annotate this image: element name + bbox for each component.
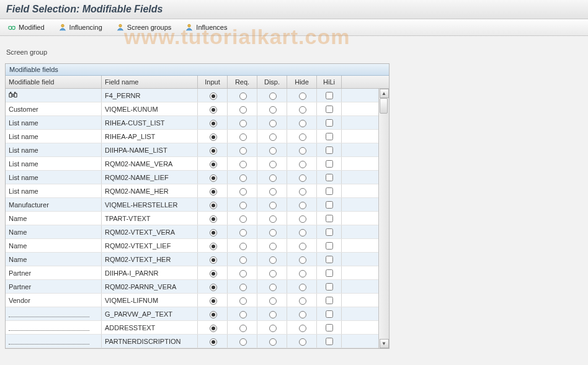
req-radio[interactable] (239, 256, 247, 264)
hide-radio[interactable] (299, 284, 306, 291)
hide-radio[interactable] (299, 338, 306, 346)
hide-radio[interactable] (299, 147, 306, 155)
table-row[interactable]: List nameRQM02-NAME_LIEF (6, 171, 389, 184)
disp-radio[interactable] (269, 188, 277, 196)
req-radio[interactable] (239, 133, 247, 141)
hili-checkbox[interactable] (326, 310, 333, 318)
influencing-button[interactable]: Influencing (56, 22, 105, 33)
hide-radio[interactable] (299, 133, 306, 141)
input-radio[interactable] (210, 243, 217, 250)
table-row[interactable]: F4_PERNR (6, 89, 389, 102)
disp-radio[interactable] (269, 120, 277, 127)
scroll-thumb[interactable] (380, 98, 388, 114)
table-row[interactable]: List nameRIHEA-CUST_LIST (6, 116, 389, 130)
hili-checkbox[interactable] (326, 338, 333, 345)
input-radio[interactable] (210, 338, 217, 346)
table-row[interactable]: PartnerRQM02-PARNR_VERA (6, 280, 389, 294)
table-row[interactable]: ManufacturerVIQMEL-HERSTELLER (6, 198, 389, 212)
input-radio[interactable] (210, 92, 217, 100)
req-radio[interactable] (239, 270, 247, 277)
hide-radio[interactable] (299, 311, 306, 318)
req-radio[interactable] (239, 325, 247, 332)
req-radio[interactable] (239, 188, 247, 196)
input-radio[interactable] (210, 133, 217, 141)
table-row[interactable]: CustomerVIQMEL-KUNUM (6, 102, 389, 116)
hide-radio[interactable] (299, 174, 306, 182)
req-radio[interactable] (239, 92, 247, 100)
req-radio[interactable] (239, 202, 247, 209)
req-radio[interactable] (239, 297, 247, 305)
hili-checkbox[interactable] (326, 187, 333, 195)
disp-radio[interactable] (269, 325, 277, 332)
hili-checkbox[interactable] (326, 146, 333, 154)
table-row[interactable]: VendorVIQMEL-LIFNUM (6, 294, 389, 307)
req-radio[interactable] (239, 120, 247, 127)
disp-radio[interactable] (269, 270, 277, 277)
scroll-up-button[interactable]: ▲ (380, 89, 389, 98)
col-input[interactable]: Input (198, 76, 228, 88)
disp-radio[interactable] (269, 256, 277, 264)
col-req[interactable]: Req. (228, 76, 257, 88)
table-row[interactable]: List nameRQM02-NAME_HER (6, 184, 389, 198)
disp-radio[interactable] (269, 174, 277, 182)
disp-radio[interactable] (269, 284, 277, 291)
hili-checkbox[interactable] (326, 228, 333, 236)
scroll-track[interactable] (380, 98, 389, 339)
hide-radio[interactable] (299, 325, 306, 332)
table-row[interactable]: G_PARVW_AP_TEXT (6, 307, 389, 321)
req-radio[interactable] (239, 215, 247, 223)
disp-radio[interactable] (269, 106, 277, 114)
input-radio[interactable] (210, 120, 217, 127)
input-radio[interactable] (210, 284, 217, 291)
col-modifiable-field[interactable]: Modifiable field (6, 76, 102, 88)
input-radio[interactable] (210, 325, 217, 332)
input-radio[interactable] (210, 229, 217, 237)
disp-radio[interactable] (269, 338, 277, 346)
col-hide[interactable]: Hide (287, 76, 317, 88)
disp-radio[interactable] (269, 215, 277, 223)
hide-radio[interactable] (299, 243, 306, 250)
screen-groups-button[interactable]: Screen groups (114, 22, 174, 33)
table-row[interactable]: NameTPART-VTEXT (6, 212, 389, 225)
input-radio[interactable] (210, 256, 217, 264)
disp-radio[interactable] (269, 133, 277, 141)
input-radio[interactable] (210, 161, 217, 168)
vertical-scrollbar[interactable]: ▲ ▼ (378, 89, 389, 348)
input-radio[interactable] (210, 174, 217, 182)
scroll-down-button[interactable]: ▼ (380, 339, 389, 348)
hide-radio[interactable] (299, 297, 306, 305)
req-radio[interactable] (239, 106, 247, 114)
hili-checkbox[interactable] (326, 283, 333, 291)
input-radio[interactable] (210, 147, 217, 155)
req-radio[interactable] (239, 174, 247, 182)
hili-checkbox[interactable] (326, 133, 333, 140)
disp-radio[interactable] (269, 147, 277, 155)
hili-checkbox[interactable] (326, 201, 333, 209)
hili-checkbox[interactable] (326, 324, 333, 331)
req-radio[interactable] (239, 284, 247, 291)
hide-radio[interactable] (299, 202, 306, 209)
disp-radio[interactable] (269, 92, 277, 100)
hide-radio[interactable] (299, 270, 306, 277)
col-disp[interactable]: Disp. (257, 76, 287, 88)
input-radio[interactable] (210, 311, 217, 318)
req-radio[interactable] (239, 147, 247, 155)
hili-checkbox[interactable] (326, 269, 333, 277)
input-radio[interactable] (210, 188, 217, 196)
input-radio[interactable] (210, 297, 217, 305)
disp-radio[interactable] (269, 297, 277, 305)
disp-radio[interactable] (269, 161, 277, 168)
input-radio[interactable] (210, 202, 217, 209)
hide-radio[interactable] (299, 188, 306, 196)
hide-radio[interactable] (299, 229, 306, 237)
req-radio[interactable] (239, 243, 247, 250)
hide-radio[interactable] (299, 161, 306, 168)
hili-checkbox[interactable] (326, 256, 333, 263)
table-row[interactable]: NameRQM02-VTEXT_LIEF (6, 239, 389, 253)
hide-radio[interactable] (299, 215, 306, 223)
hili-checkbox[interactable] (326, 215, 333, 222)
table-row[interactable]: NameRQM02-VTEXT_VERA (6, 225, 389, 239)
hide-radio[interactable] (299, 120, 306, 127)
hili-checkbox[interactable] (326, 160, 333, 168)
disp-radio[interactable] (269, 243, 277, 250)
